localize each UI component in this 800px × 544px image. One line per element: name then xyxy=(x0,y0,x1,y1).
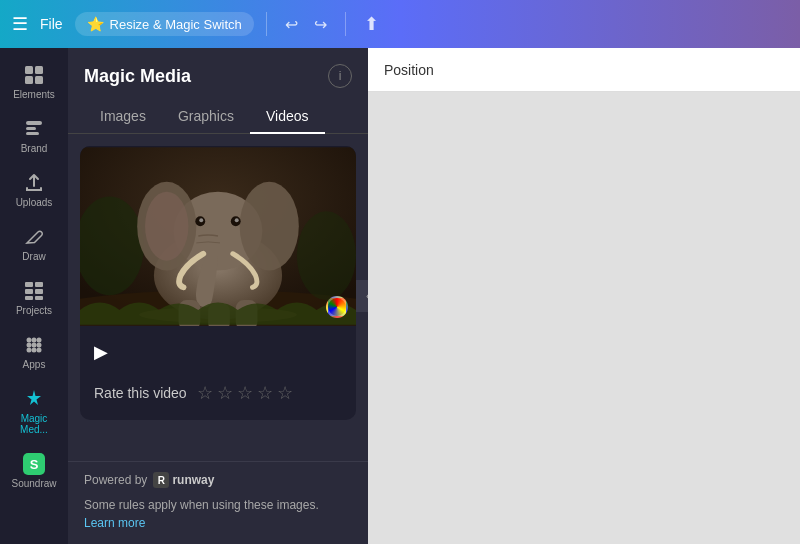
undo-button[interactable]: ↩ xyxy=(279,11,304,38)
svg-rect-12 xyxy=(35,296,43,300)
svg-point-15 xyxy=(37,338,42,343)
svg-rect-11 xyxy=(25,296,33,300)
svg-point-13 xyxy=(27,338,32,343)
svg-point-21 xyxy=(37,348,42,353)
sidebar-item-draw[interactable]: Draw xyxy=(4,218,64,270)
tab-images[interactable]: Images xyxy=(84,100,162,134)
play-button[interactable]: ▶ xyxy=(94,338,122,366)
projects-icon xyxy=(23,280,45,302)
svg-rect-4 xyxy=(26,121,42,125)
position-label: Position xyxy=(384,62,434,78)
elephant-image xyxy=(80,146,356,326)
svg-rect-0 xyxy=(25,66,33,74)
sidebar-item-brand[interactable]: Brand xyxy=(4,110,64,162)
panel-header: Magic Media i xyxy=(68,48,368,100)
projects-label: Projects xyxy=(16,305,52,316)
runway-r-icon: R xyxy=(153,472,169,488)
canvas-area: Position xyxy=(368,48,800,544)
topbar-nav-group: ↩ ↪ xyxy=(279,11,333,38)
resize-magic-switch-button[interactable]: ⭐ Resize & Magic Switch xyxy=(75,12,254,36)
cloud-save-button[interactable]: ⬆ xyxy=(358,9,385,39)
svg-point-31 xyxy=(145,192,188,261)
redo-button[interactable]: ↪ xyxy=(308,11,333,38)
panel-info-button[interactable]: i xyxy=(328,64,352,88)
svg-rect-3 xyxy=(35,76,43,84)
apps-label: Apps xyxy=(23,359,46,370)
sidebar-item-uploads[interactable]: Uploads xyxy=(4,164,64,216)
magic-media-icon xyxy=(23,388,45,410)
menu-button[interactable]: ☰ xyxy=(12,13,28,35)
topbar-divider2 xyxy=(345,12,346,36)
canvas-topbar: Position xyxy=(368,48,800,92)
runway-label: runway xyxy=(172,473,214,487)
svg-rect-10 xyxy=(35,289,43,294)
learn-more-link[interactable]: Learn more xyxy=(84,516,145,530)
stars-container: ☆ ☆ ☆ ☆ ☆ xyxy=(197,382,293,404)
panel-tabs: Images Graphics Videos xyxy=(68,100,368,134)
soundraw-label: Soundraw xyxy=(11,478,56,489)
star-1[interactable]: ☆ xyxy=(197,382,213,404)
tab-graphics[interactable]: Graphics xyxy=(162,100,250,134)
svg-rect-5 xyxy=(26,127,36,130)
sidebar-item-elements[interactable]: Elements xyxy=(4,56,64,108)
svg-point-17 xyxy=(32,343,37,348)
panel-title: Magic Media xyxy=(84,66,191,87)
star-2[interactable]: ☆ xyxy=(217,382,233,404)
tab-videos[interactable]: Videos xyxy=(250,100,325,134)
sidebar-item-apps[interactable]: Apps xyxy=(4,326,64,378)
uploads-label: Uploads xyxy=(16,197,53,208)
panel: Magic Media i Images Graphics Videos xyxy=(68,48,368,544)
svg-rect-7 xyxy=(25,282,33,287)
draw-icon xyxy=(23,226,45,248)
svg-point-14 xyxy=(32,338,37,343)
canvas-body[interactable] xyxy=(368,92,800,544)
topbar-divider xyxy=(266,12,267,36)
svg-rect-8 xyxy=(35,282,43,287)
magic-media-label: Magic Med... xyxy=(8,413,60,435)
svg-point-20 xyxy=(32,348,37,353)
star-3[interactable]: ☆ xyxy=(237,382,253,404)
apps-icon xyxy=(23,334,45,356)
powered-label: Powered by xyxy=(84,473,147,487)
star-4[interactable]: ☆ xyxy=(257,382,273,404)
svg-point-25 xyxy=(297,211,356,300)
soundraw-icon: S xyxy=(23,453,45,475)
topbar: ☰ File ⭐ Resize & Magic Switch ↩ ↪ ⬆ xyxy=(0,0,800,48)
svg-rect-1 xyxy=(35,66,43,74)
file-menu[interactable]: File xyxy=(40,16,63,32)
brand-label: Brand xyxy=(21,143,48,154)
svg-point-30 xyxy=(240,182,299,271)
elements-label: Elements xyxy=(13,89,55,100)
star-5[interactable]: ☆ xyxy=(277,382,293,404)
collapse-panel-button[interactable]: ‹ xyxy=(356,280,368,312)
panel-content[interactable]: ▶ Rate this video ☆ ☆ ☆ ☆ ☆ xyxy=(68,134,368,461)
star-icon: ⭐ xyxy=(87,16,104,32)
video-controls: ▶ xyxy=(80,326,356,378)
runway-logo: R runway xyxy=(153,472,214,488)
panel-footer: Powered by R runway Some rules apply whe… xyxy=(68,461,368,544)
uploads-icon xyxy=(23,172,45,194)
sidebar-item-magic-media[interactable]: Magic Med... xyxy=(4,380,64,443)
powered-by: Powered by R runway xyxy=(84,472,352,488)
resize-label: Resize & Magic Switch xyxy=(110,17,242,32)
main-layout: Elements Brand Uploads Draw xyxy=(0,48,800,544)
rate-label: Rate this video xyxy=(94,385,187,401)
rate-section: Rate this video ☆ ☆ ☆ ☆ ☆ xyxy=(80,378,356,420)
draw-label: Draw xyxy=(22,251,45,262)
rules-text-content: Some rules apply when using these images… xyxy=(84,498,319,512)
elements-icon xyxy=(23,64,45,86)
video-thumbnail xyxy=(80,146,356,326)
brand-icon xyxy=(23,118,45,140)
svg-rect-6 xyxy=(26,132,39,135)
svg-point-33 xyxy=(199,218,203,222)
svg-point-18 xyxy=(37,343,42,348)
color-palette-dot xyxy=(326,296,348,318)
svg-point-35 xyxy=(235,218,239,222)
svg-point-16 xyxy=(27,343,32,348)
sidebar-item-projects[interactable]: Projects xyxy=(4,272,64,324)
video-card: ▶ Rate this video ☆ ☆ ☆ ☆ ☆ xyxy=(80,146,356,420)
sidebar-item-soundraw[interactable]: S Soundraw xyxy=(4,445,64,497)
rules-text: Some rules apply when using these images… xyxy=(84,496,352,532)
svg-point-19 xyxy=(27,348,32,353)
svg-rect-9 xyxy=(25,289,33,294)
